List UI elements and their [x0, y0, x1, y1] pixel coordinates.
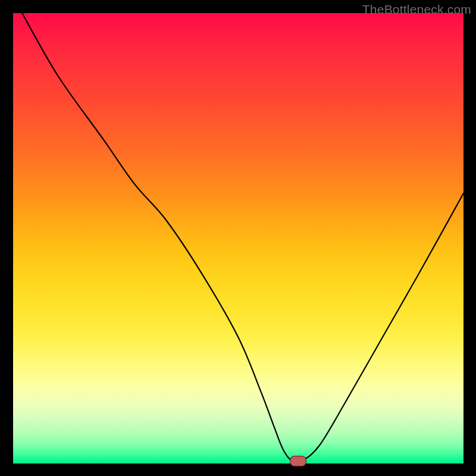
chart-frame: TheBottleneck.com [0, 0, 476, 476]
curve-svg [13, 13, 464, 464]
plot-area [13, 13, 464, 464]
optimal-point-marker [290, 456, 306, 466]
bottleneck-curve-path [22, 13, 464, 463]
attribution-watermark: TheBottleneck.com [362, 2, 471, 17]
